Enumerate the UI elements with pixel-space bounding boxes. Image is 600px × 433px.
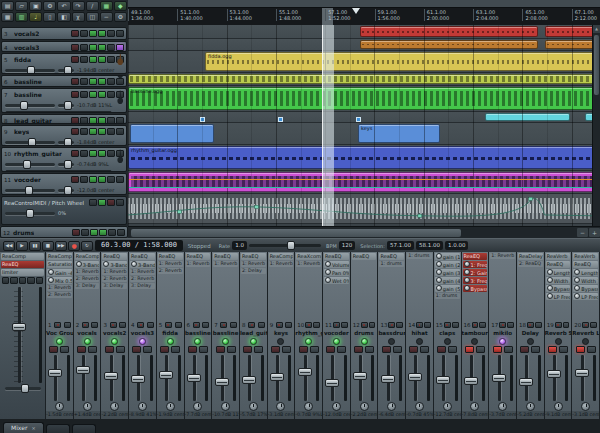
solo-button[interactable] <box>337 346 346 353</box>
fx-slot[interactable]: ReaEQ <box>573 261 598 268</box>
monitor-button[interactable] <box>99 229 107 236</box>
fx-slot[interactable]: ReaEQ <box>186 253 211 260</box>
fx-button[interactable] <box>90 229 98 236</box>
pan-knob[interactable] <box>387 402 396 411</box>
send-slot[interactable]: 1: Reverb S <box>490 253 515 259</box>
pan-knob[interactable] <box>304 402 313 411</box>
pan-knob[interactable] <box>360 402 369 411</box>
track-name[interactable]: keys <box>14 128 29 135</box>
vertical-scroll-thumb[interactable] <box>594 35 599 95</box>
monitor-button[interactable] <box>98 117 106 124</box>
send-slot[interactable]: 2: Reverb L <box>102 276 127 282</box>
fx-slot[interactable]: ReaEQ <box>158 253 183 260</box>
pan-slider-thumb[interactable] <box>64 138 72 147</box>
fx-param-knob[interactable]: Bypass normal <box>573 285 598 292</box>
track-panel[interactable]: 7bassline-10.7dB 11%L <box>1 88 127 113</box>
record-arm-button[interactable] <box>71 44 79 51</box>
envelope-button[interactable] <box>80 78 88 85</box>
fx-button[interactable] <box>89 128 97 135</box>
monitor-button[interactable] <box>396 322 403 328</box>
channel-fader[interactable] <box>77 355 98 401</box>
mixer-strip[interactable]: ReaEQ1: Reverb S6bassline-7.7dB center <box>185 252 213 419</box>
pan-slider-thumb[interactable] <box>64 186 72 195</box>
mute-button[interactable] <box>299 346 308 353</box>
track-panel[interactable]: 10rhythm_guitar-0.74dB 9%L <box>1 147 127 172</box>
fx-slot[interactable]: Saturation <box>47 261 72 268</box>
fader-handle[interactable] <box>131 375 145 383</box>
media-item[interactable] <box>585 113 592 121</box>
fx-param-knob[interactable]: Volume -9.00 <box>324 261 349 268</box>
crossfade-icon[interactable]: χ <box>72 12 85 22</box>
monitor-button[interactable] <box>313 322 320 328</box>
monitor-button[interactable] <box>507 322 514 328</box>
envelope-slider-thumb[interactable] <box>26 209 34 218</box>
arrange-track-lane[interactable] <box>128 25 592 39</box>
media-item[interactable] <box>360 26 538 37</box>
record-arm-button[interactable] <box>361 322 368 328</box>
media-item[interactable]: bassline.ogg <box>128 87 592 110</box>
docker-tab[interactable] <box>72 424 96 433</box>
fx-slot[interactable]: ReaEQ <box>1 261 44 268</box>
mute-button[interactable] <box>437 346 446 353</box>
mute-button[interactable] <box>271 346 280 353</box>
monitor-button[interactable] <box>98 150 106 157</box>
mute-button[interactable] <box>107 176 115 183</box>
record-arm-button[interactable] <box>416 322 423 328</box>
fx-button[interactable] <box>89 44 97 51</box>
routing-row[interactable] <box>5 111 112 113</box>
solo-button[interactable] <box>117 229 125 236</box>
master-pan-slider[interactable] <box>5 387 41 390</box>
strip-name[interactable]: rhythm_guita <box>295 329 322 337</box>
track-name[interactable]: fidda <box>14 56 31 63</box>
grid-icon[interactable]: ▦ <box>1 12 14 22</box>
pan-knob[interactable] <box>526 402 535 411</box>
monitor-button[interactable] <box>202 322 209 328</box>
minimize-icon[interactable]: − <box>100 12 113 22</box>
fx-slot[interactable]: ReaComp <box>269 253 294 260</box>
record-arm-button[interactable] <box>527 322 534 328</box>
fx-slot[interactable]: ReaEQ <box>463 253 488 260</box>
send-slot[interactable]: 1: Reverb S <box>186 261 211 267</box>
fx-slot[interactable]: limiter <box>1 269 44 276</box>
solo-button[interactable] <box>143 346 152 353</box>
master-fader-handle[interactable] <box>12 323 26 331</box>
mixer-strip[interactable]: ReaEQ3-Band EQ +0.1dB1: Reverb S2: Rever… <box>129 252 157 419</box>
envelope-menu-button[interactable] <box>116 199 124 206</box>
docker-tab[interactable] <box>46 424 70 433</box>
solo-button[interactable] <box>559 346 568 353</box>
fx-param-knob[interactable]: Bypass normal <box>546 285 571 292</box>
volume-slider-thumb[interactable] <box>28 138 36 147</box>
record-arm-button[interactable] <box>71 56 79 63</box>
solo-button[interactable] <box>199 346 208 353</box>
edit-cursor[interactable] <box>322 25 334 226</box>
repeat-button[interactable]: ↻ <box>81 241 93 251</box>
channel-fader[interactable] <box>188 355 209 401</box>
track-panel[interactable]: 11vocoder-12.0dB center <box>1 173 127 195</box>
record-arm-button[interactable] <box>555 322 562 328</box>
envelope-mode-icon[interactable]: ◆ <box>114 1 127 11</box>
monitor-button[interactable] <box>258 322 265 328</box>
record-arm-button[interactable] <box>72 229 80 236</box>
strip-name[interactable]: Delay <box>517 329 544 337</box>
channel-fader[interactable] <box>49 355 70 401</box>
mute-button[interactable] <box>107 128 115 135</box>
pan-slider-thumb[interactable] <box>64 160 72 169</box>
envelope-value-slider[interactable] <box>5 212 55 215</box>
rate-slider[interactable] <box>249 244 321 247</box>
send-slot[interactable]: 1: Reverb S <box>47 285 72 291</box>
strip-name[interactable]: tambourine <box>462 329 489 337</box>
fx-param-knob[interactable]: Length 469ms <box>573 269 598 276</box>
fader-handle[interactable] <box>325 379 339 387</box>
mute-button[interactable] <box>108 229 116 236</box>
fader-handle[interactable] <box>436 376 450 384</box>
channel-fader[interactable] <box>326 355 347 401</box>
track-name[interactable]: vocals3 <box>14 44 39 51</box>
solo-button[interactable] <box>504 346 513 353</box>
mute-button[interactable] <box>520 346 529 353</box>
record-arm-button[interactable] <box>193 322 200 328</box>
track-name[interactable]: rhythm_guitar <box>14 150 62 157</box>
pan-slider[interactable] <box>58 163 74 166</box>
media-item[interactable] <box>485 113 570 121</box>
fader-handle[interactable] <box>492 374 506 382</box>
solo-button[interactable] <box>531 346 540 353</box>
